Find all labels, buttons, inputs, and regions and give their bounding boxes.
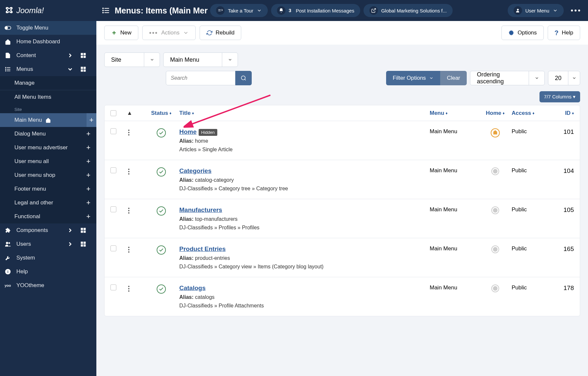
chevron-down-icon — [67, 66, 73, 73]
item-menu: Main Menu — [430, 245, 479, 252]
sidebar-item-dialog-menu[interactable]: Dialog Menu+ — [0, 127, 96, 141]
grid-icon[interactable] — [80, 52, 87, 59]
sidebar-item-footer-menu[interactable]: Footer menu+ — [0, 182, 96, 196]
add-icon[interactable]: + — [86, 130, 90, 138]
sidebar-item-menus[interactable]: Menus — [0, 62, 96, 76]
sidebar-item-all-menu-items[interactable]: All Menu Items — [0, 90, 96, 104]
more-menu-button[interactable] — [568, 7, 583, 14]
column-status[interactable]: Status♦ — [143, 110, 179, 116]
grid-icon[interactable] — [80, 241, 87, 247]
add-icon[interactable]: + — [86, 171, 90, 179]
default-home-icon[interactable] — [491, 128, 500, 137]
status-toggle[interactable] — [157, 128, 166, 137]
sidebar-item-home[interactable]: Home Dashboard — [0, 35, 96, 49]
status-toggle[interactable] — [157, 245, 166, 255]
sidebar-item-user-menu-all[interactable]: User menu all+ — [0, 155, 96, 168]
row-actions-button[interactable] — [127, 245, 143, 254]
grid-icon[interactable] — [80, 227, 87, 234]
site-link-button[interactable]: Global Marketing Solutions f... — [363, 4, 453, 17]
search-input[interactable] — [166, 71, 235, 85]
status-toggle[interactable] — [157, 167, 166, 177]
status-toggle[interactable] — [157, 206, 166, 216]
item-menu: Main Menu — [430, 206, 479, 213]
svg-point-30 — [6, 242, 8, 244]
sidebar-item-main-menu[interactable]: Main Menu + — [0, 113, 96, 127]
check-icon — [159, 247, 164, 253]
filter-options-button[interactable]: Filter Options — [386, 71, 440, 85]
svg-rect-35 — [84, 244, 86, 247]
take-tour-button[interactable]: Take a Tour — [210, 4, 267, 17]
row-actions-button[interactable] — [127, 128, 143, 137]
add-icon[interactable]: + — [86, 185, 90, 193]
item-title-link[interactable]: Product Entries — [179, 245, 225, 252]
item-access: Public — [512, 128, 551, 135]
sidebar-item-users[interactable]: Users — [0, 237, 96, 251]
set-home-button[interactable] — [491, 206, 499, 214]
toggle-menu-button[interactable]: Toggle Menu — [0, 21, 96, 35]
brand-logo[interactable]: Joomla! — [0, 0, 96, 21]
column-access[interactable]: Access♦ — [512, 110, 551, 116]
row-checkbox[interactable] — [110, 167, 116, 173]
item-title-link[interactable]: Home — [179, 128, 197, 135]
add-icon[interactable]: + — [86, 143, 90, 152]
column-menu[interactable]: Menu♦ — [430, 110, 479, 116]
search-button[interactable] — [235, 71, 252, 85]
actions-button[interactable]: ••• Actions — [142, 26, 196, 40]
set-home-button[interactable] — [491, 284, 499, 292]
sidebar-item-manage[interactable]: Manage — [0, 76, 96, 90]
row-checkbox[interactable] — [110, 206, 116, 212]
row-actions-button[interactable] — [127, 284, 143, 293]
item-title-link[interactable]: Categories — [179, 167, 211, 174]
chevron-down-icon — [535, 76, 539, 80]
new-button[interactable]: New — [104, 26, 138, 40]
sidebar-item-system[interactable]: System — [0, 251, 96, 265]
options-button[interactable]: Options — [501, 26, 544, 40]
sidebar-item-user-menu-shop[interactable]: User menu shop+ — [0, 168, 96, 182]
add-icon[interactable]: + — [87, 113, 96, 127]
notifications-button[interactable]: 3 Post Installation Messages — [271, 4, 360, 17]
clear-button[interactable]: Clear — [440, 71, 467, 85]
puzzle-icon — [5, 227, 11, 234]
item-id: 178 — [551, 284, 574, 292]
sidebar-item-legal[interactable]: Legal and other+ — [0, 196, 96, 210]
sidebar-item-functional[interactable]: Functional+ — [0, 210, 96, 223]
status-toggle[interactable] — [157, 284, 166, 294]
item-alias: Alias: home — [179, 138, 430, 144]
sidebar-item-help[interactable]: i Help — [0, 265, 96, 279]
row-actions-button[interactable] — [127, 206, 143, 215]
column-home[interactable]: Home♦ — [479, 110, 512, 116]
sidebar-item-yootheme[interactable]: yoo YOOtheme — [0, 279, 96, 292]
add-icon[interactable]: + — [86, 157, 90, 166]
sidebar-item-content[interactable]: Content — [0, 49, 96, 62]
help-button[interactable]: ? Help — [548, 26, 580, 40]
row-checkbox[interactable] — [110, 128, 116, 134]
limit-select[interactable]: 20 — [548, 71, 580, 85]
item-title-link[interactable]: Catalogs — [179, 284, 206, 291]
ordering-select[interactable]: Ordering ascending — [470, 71, 545, 85]
menu-select[interactable]: Main Menu — [163, 52, 238, 67]
sidebar-item-user-menu-advertiser[interactable]: User menu advertiser+ — [0, 141, 96, 155]
user-menu-button[interactable]: User Menu — [508, 4, 564, 17]
table-row: Product Entries Alias: product-entries D… — [105, 238, 580, 277]
add-icon[interactable]: + — [86, 198, 90, 207]
add-icon[interactable]: + — [86, 212, 90, 221]
client-select[interactable]: Site — [104, 52, 160, 67]
column-id[interactable]: ID♦ — [551, 110, 574, 116]
columns-button[interactable]: 7/7 Columns ▾ — [539, 91, 580, 102]
info-icon: i — [5, 268, 11, 275]
row-checkbox[interactable] — [110, 284, 116, 290]
row-checkbox[interactable] — [110, 245, 116, 251]
item-title-link[interactable]: Manufacturers — [179, 206, 222, 213]
column-ordering[interactable]: ▲ — [127, 110, 143, 116]
set-home-button[interactable] — [491, 167, 499, 175]
grid-icon[interactable] — [80, 66, 87, 73]
check-icon — [159, 286, 164, 292]
row-actions-button[interactable] — [127, 167, 143, 176]
sidebar-item-components[interactable]: Components — [0, 223, 96, 237]
set-home-button[interactable] — [491, 245, 499, 253]
rebuild-button[interactable]: Rebuild — [200, 26, 242, 40]
column-title[interactable]: Title♦ — [179, 110, 430, 116]
select-all-checkbox[interactable] — [110, 110, 116, 116]
svg-point-41 — [241, 76, 245, 80]
home-icon — [45, 117, 51, 123]
